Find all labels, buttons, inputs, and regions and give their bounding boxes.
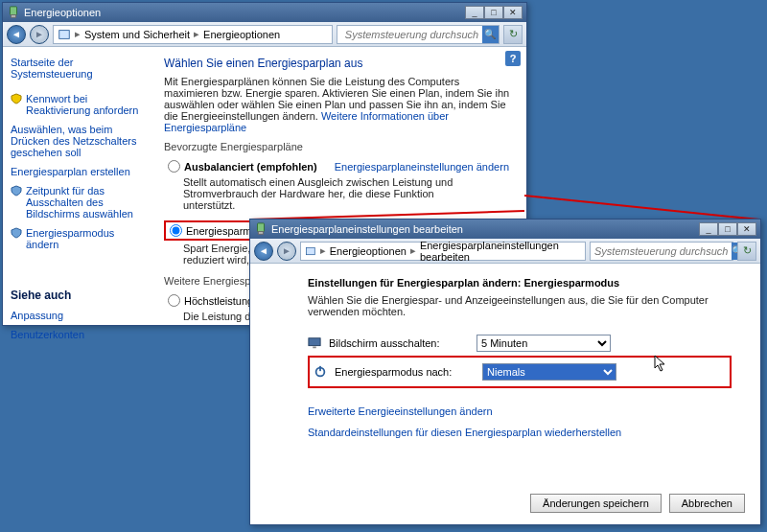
svg-rect-11 [319,366,321,371]
preferred-plans-label: Bevorzugte Energiesparpläne [164,141,513,152]
plan-ausbalanciert-desc: Stellt automatisch einen Ausgleich zwisc… [183,176,471,211]
save-button[interactable]: Änderungen speichern [530,494,662,513]
plan-hoechstleistung-radio[interactable] [168,294,180,307]
monitor-icon [308,336,321,350]
breadcrumb2-part2[interactable]: Energiesparplaneinstellungen bearbeiten [420,240,581,263]
plan-ausbalanciert-radio[interactable] [168,160,180,173]
close-button[interactable]: ✕ [503,6,523,19]
search-button[interactable]: 🔍 [482,26,499,43]
window-title-2: Energiesparplaneinstellungen bearbeiten [271,223,699,235]
setting-display-off-select[interactable]: 5 Minuten [476,335,611,352]
see-also-section: Siehe auch Anpassung Benutzerkonten [11,289,147,340]
search-box-2[interactable]: 🔍 [590,242,733,261]
plan-ausbalanciert-row: Ausbalanciert (empfohlen) Energiesparpla… [164,158,513,174]
svg-rect-9 [313,347,316,349]
plan-ausbalanciert-label[interactable]: Ausbalanciert (empfohlen) [184,161,317,173]
sidebar-item-1[interactable]: Auswählen, was beim Drücken des Netzscha… [11,124,147,158]
svg-rect-7 [306,247,314,254]
cancel-button[interactable]: Abbrechen [669,494,745,513]
cp-icon [305,244,316,258]
cp-icon [58,28,71,41]
maximize-button[interactable]: □ [484,6,503,19]
breadcrumb2-part1[interactable]: Energieoptionen [330,245,407,257]
help-button[interactable]: ? [505,51,521,66]
titlebar-2[interactable]: Energiesparplaneinstellungen bearbeiten … [250,220,760,239]
svg-rect-6 [258,232,263,235]
titlebar[interactable]: Energieoptionen _ □ ✕ [3,3,526,22]
app-icon [254,222,267,236]
content-area-2: Einstellungen für Energiesparplan ändern… [250,264,760,524]
search-box[interactable]: 🔍 [337,25,500,44]
search-input[interactable] [341,29,482,40]
refresh-button-2[interactable]: ↻ [737,242,756,261]
app-icon [7,6,20,19]
minimize-button-2[interactable]: _ [699,222,718,236]
setting-sleep-row: Energiesparmodus nach: Niemals [308,356,732,388]
sidebar-item-4[interactable]: Energiesparmodus ändern [26,227,147,250]
plan-hoechstleistung-label[interactable]: Höchstleistung [184,295,253,307]
search-input-2[interactable] [591,245,732,257]
sidebar-home[interactable]: Startseite der Systemsteuerung [11,57,147,80]
restore-defaults-link[interactable]: Standardeinstellungen für diesen Energie… [308,427,732,438]
see-also-heading: Siehe auch [11,289,147,302]
plan-settings-heading: Einstellungen für Energiesparplan ändern… [308,277,732,289]
breadcrumb[interactable]: ▸ System und Sicherheit ▸ Energieoptione… [53,25,333,44]
breadcrumb-part1[interactable]: System und Sicherheit [84,29,190,40]
mouse-cursor [654,355,667,374]
window-title: Energieoptionen [24,7,465,18]
close-button-2[interactable]: ✕ [737,222,756,236]
svg-line-3 [524,196,759,220]
svg-rect-0 [11,7,17,15]
back-button[interactable]: ◄ [7,25,26,44]
svg-rect-2 [59,30,70,38]
sleep-icon [314,365,327,379]
breadcrumb-2[interactable]: ▸ Energieoptionen ▸ Energiesparplaneinst… [300,242,586,261]
setting-display-off-label: Bildschirm ausschalten: [329,337,469,349]
svg-rect-1 [11,15,15,18]
forward-button[interactable]: ► [30,25,49,44]
see-also-0[interactable]: Anpassung [11,310,63,321]
shield-icon [11,227,22,239]
window-planeinstellungen: Energiesparplaneinstellungen bearbeiten … [249,219,761,525]
see-also-1[interactable]: Benutzerkonten [11,329,84,340]
plan-links: Erweiterte Energieeinstellungen ändern S… [308,405,732,438]
forward-button-2[interactable]: ► [277,242,296,261]
back-button-2[interactable]: ◄ [254,242,273,261]
advanced-settings-link[interactable]: Erweiterte Energieeinstellungen ändern [308,405,732,417]
shield-icon [11,185,22,197]
maximize-button-2[interactable]: □ [718,222,737,236]
shield-icon [11,93,22,104]
plan-settings-subtext: Wählen Sie die Energiespar- und Anzeigee… [308,294,732,317]
setting-sleep-label: Energiesparmodus nach: [335,366,475,378]
main-intro: Mit Energiesparplänen können Sie die Lei… [164,76,513,133]
navbar: ◄ ► ▸ System und Sicherheit ▸ Energieopt… [3,22,526,47]
setting-sleep-select[interactable]: Niemals [482,363,616,381]
refresh-button[interactable]: ↻ [503,25,523,44]
svg-rect-5 [258,223,265,232]
minimize-button[interactable]: _ [465,6,484,19]
breadcrumb-part2[interactable]: Energieoptionen [203,29,280,40]
navbar-2: ◄ ► ▸ Energieoptionen ▸ Energiesparplane… [250,239,760,264]
button-row: Änderungen speichern Abbrechen [530,494,745,513]
svg-rect-8 [309,338,320,346]
sidebar-item-2[interactable]: Energiesparplan erstellen [11,166,130,177]
sidebar: Startseite der Systemsteuerung Kennwort … [3,47,154,325]
setting-display-off-row: Bildschirm ausschalten: 5 Minuten [308,331,732,356]
sidebar-item-0[interactable]: Kennwort bei Reaktivierung anfordern [26,93,147,116]
plan-energiesparmodus-radio[interactable] [170,224,182,237]
main-heading: Wählen Sie einen Energiesparplan aus [164,57,513,70]
sidebar-item-3[interactable]: Zeitpunkt für das Ausschalten des Bildsc… [26,185,147,220]
plan-ausbalanciert-link[interactable]: Energiesparplaneinstellungen ändern [335,161,509,173]
